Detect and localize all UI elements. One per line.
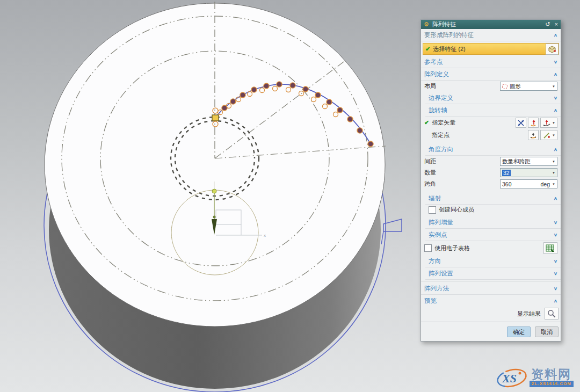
- create-concentric-checkbox[interactable]: [429, 206, 436, 214]
- use-spreadsheet-checkbox[interactable]: [424, 244, 432, 252]
- spacing-dropdown[interactable]: 数量和跨距 ▼: [500, 157, 557, 166]
- dialog-footer: 确定 取消: [421, 323, 561, 341]
- pattern-feature-dialog: ⚙ 阵列特征 ↺ × 要形成阵列的特征 ∧ ✔ 选择特征 (2) 参考点 ∨ 阵…: [421, 19, 561, 342]
- chevron-down-icon[interactable]: ∨: [554, 60, 557, 64]
- create-concentric-label: 创建同心成员: [439, 206, 557, 214]
- specify-point-label: 指定点: [432, 131, 526, 139]
- chevron-down-icon[interactable]: ∨: [554, 233, 557, 237]
- point-dialog-button[interactable]: ▼: [540, 130, 557, 140]
- vector-flip-button[interactable]: [528, 118, 539, 128]
- dropdown-arrow-icon: ▼: [552, 160, 555, 163]
- layout-dropdown[interactable]: 圆形 ▼: [500, 82, 557, 91]
- vector-constructor-button[interactable]: [516, 118, 526, 128]
- section-label: 方向: [429, 257, 554, 265]
- cylinder-top-face[interactable]: [45, 3, 385, 326]
- spacing-value: 数量和跨距: [502, 158, 551, 165]
- select-feature-row[interactable]: ✔ 选择特征 (2): [423, 43, 559, 55]
- separator: [421, 322, 561, 322]
- sketch-axis-label: x: [264, 233, 266, 238]
- cancel-button[interactable]: 取消: [535, 326, 559, 337]
- create-concentric-row[interactable]: 创建同心成员: [421, 205, 561, 215]
- reset-icon[interactable]: ↺: [545, 21, 550, 27]
- section-label: 阵列增量: [429, 219, 554, 227]
- axis-mid-point: [213, 216, 216, 219]
- point-on-curve-button[interactable]: [528, 130, 539, 140]
- section-label: 辐射: [429, 194, 554, 202]
- watermark-site-name: 资料网: [531, 368, 571, 381]
- dialog-titlebar[interactable]: ⚙ 阵列特征 ↺ ×: [421, 20, 561, 29]
- use-spreadsheet-label: 使用电子表格: [434, 244, 542, 252]
- vector-plane-icon: [542, 119, 551, 127]
- section-radiate[interactable]: 辐射 ∧: [425, 192, 561, 205]
- show-result-button[interactable]: [545, 308, 559, 320]
- vector-dialog-button[interactable]: ▼: [540, 118, 557, 128]
- crossed-arrows-icon: [517, 119, 525, 127]
- chevron-down-icon[interactable]: ∨: [554, 286, 557, 291]
- section-label: 阵列定义: [424, 70, 554, 78]
- svg-text:XS: XS: [502, 372, 517, 385]
- close-icon[interactable]: ×: [555, 21, 558, 27]
- axis-origin-handle[interactable]: [212, 189, 216, 193]
- section-label: 阵列方法: [424, 285, 554, 293]
- dropdown-arrow-icon: ▼: [552, 85, 555, 88]
- ok-button[interactable]: 确定: [507, 326, 531, 337]
- spreadsheet-button[interactable]: [543, 242, 557, 254]
- feature-selector-button[interactable]: [546, 43, 559, 55]
- section-label: 参考点: [424, 58, 554, 66]
- section-label: 预览: [424, 297, 554, 305]
- chevron-up-icon[interactable]: ∧: [554, 108, 557, 113]
- check-icon: ✔: [424, 119, 429, 126]
- span-angle-label: 跨角: [424, 180, 500, 188]
- watermark-logo: XS: [495, 365, 528, 390]
- section-instance-points[interactable]: 实例点 ∨: [425, 229, 561, 241]
- specify-point-row: 指定点 ▼: [421, 129, 561, 141]
- section-pattern-increment[interactable]: 阵列增量 ∨: [425, 216, 561, 229]
- chevron-up-icon[interactable]: ∧: [554, 196, 557, 201]
- chevron-up-icon[interactable]: ∧: [554, 33, 557, 38]
- chevron-up-icon[interactable]: ∧: [554, 72, 557, 77]
- section-orientation[interactable]: 方向 ∨: [425, 255, 561, 267]
- section-boundary-definition[interactable]: 边界定义 ∨: [425, 92, 561, 104]
- chevron-down-icon[interactable]: ∨: [554, 96, 557, 100]
- section-features-to-pattern[interactable]: 要形成阵列的特征 ∧: [421, 29, 561, 41]
- chevron-down-icon[interactable]: ∨: [554, 220, 557, 225]
- section-pattern-method[interactable]: 阵列方法 ∨: [421, 282, 561, 295]
- dialog-title: 阵列特征: [432, 20, 541, 28]
- show-result-label: 显示结果: [517, 310, 541, 318]
- chevron-down-icon[interactable]: ∨: [554, 271, 557, 276]
- section-pattern-settings[interactable]: 阵列设置 ∨: [425, 267, 561, 280]
- chevron-up-icon[interactable]: ∧: [554, 299, 557, 303]
- layout-value: 圆形: [510, 83, 551, 90]
- span-angle-input[interactable]: 360 deg ▼: [500, 179, 557, 188]
- chevron-up-icon[interactable]: ∧: [554, 147, 557, 152]
- count-value: 32: [502, 170, 511, 176]
- section-pattern-definition[interactable]: 阵列定义 ∧: [421, 68, 561, 81]
- pattern-start-handle[interactable]: [212, 115, 219, 121]
- dropdown-arrow-icon: ▼: [552, 121, 555, 125]
- chevron-down-icon[interactable]: ∨: [554, 259, 557, 264]
- show-result-row: 显示结果: [421, 307, 561, 321]
- feature-box-icon: [546, 44, 558, 54]
- dropdown-arrow-icon: ▼: [552, 171, 555, 175]
- section-reference-point[interactable]: 参考点 ∨: [421, 56, 561, 68]
- section-label: 边界定义: [429, 94, 554, 102]
- section-angular-direction[interactable]: 角度方向 ∧: [425, 143, 561, 156]
- spacing-label: 间距: [424, 157, 500, 165]
- circular-layout-icon: [502, 84, 508, 89]
- count-row: 数量 32 ▼: [421, 167, 561, 178]
- dropdown-arrow-icon: ▼: [552, 183, 555, 186]
- dropdown-arrow-icon: ▼: [552, 134, 555, 137]
- span-angle-unit: deg: [541, 181, 550, 187]
- specify-vector-row: ✔ 指定矢量 ▼: [421, 117, 561, 129]
- watermark-url: ZL.XS1616.COM: [530, 381, 574, 387]
- separator: [421, 281, 561, 281]
- span-angle-value: 360: [502, 181, 541, 187]
- section-label: 实例点: [429, 231, 554, 239]
- layout-row: 布局 圆形 ▼: [421, 81, 561, 92]
- use-spreadsheet-row[interactable]: 使用电子表格: [421, 241, 561, 255]
- count-input[interactable]: 32 ▼: [500, 168, 557, 177]
- spacing-row: 间距 数量和跨距 ▼: [421, 156, 561, 167]
- section-preview[interactable]: 预览 ∧: [421, 295, 561, 307]
- section-rotation-axis[interactable]: 旋转轴 ∧: [425, 104, 561, 117]
- point-on-curve-icon: [530, 132, 537, 139]
